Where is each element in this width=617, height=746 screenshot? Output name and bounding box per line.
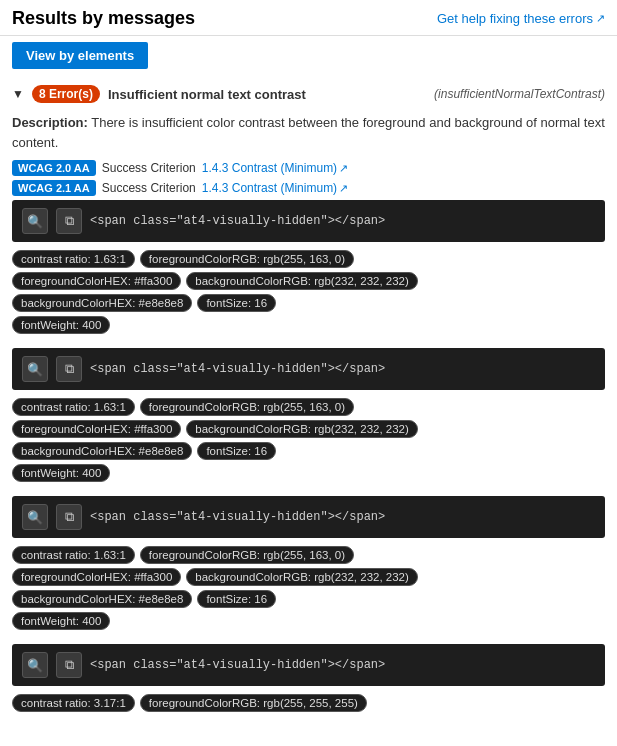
tag: backgroundColorRGB: rgb(232, 232, 232) [186,420,418,438]
tags-row: fontWeight: 400 [12,464,605,482]
tag: foregroundColorRGB: rgb(255, 163, 0) [140,250,354,268]
error-code: (insufficientNormalTextContrast) [434,87,605,101]
search-element-button[interactable]: 🔍 [22,504,48,530]
tag: backgroundColorRGB: rgb(232, 232, 232) [186,568,418,586]
tag: fontSize: 16 [197,442,276,460]
copy-element-button[interactable]: ⧉ [56,356,82,382]
description-block: Description: There is insufficient color… [12,113,605,152]
tag: fontWeight: 400 [12,612,110,630]
copy-element-button[interactable]: ⧉ [56,504,82,530]
element-block: 🔍⧉<span class="at4-visually-hidden"></sp… [12,496,605,538]
tags-row: backgroundColorHEX: #e8e8e8fontSize: 16 [12,442,605,460]
element-code: <span class="at4-visually-hidden"></span… [90,510,385,524]
tag: backgroundColorHEX: #e8e8e8 [12,442,192,460]
description-label: Description: [12,115,88,130]
tag: contrast ratio: 1.63:1 [12,250,135,268]
tag: foregroundColorRGB: rgb(255, 163, 0) [140,546,354,564]
tag: fontSize: 16 [197,294,276,312]
tags-row: contrast ratio: 1.63:1foregroundColorRGB… [12,546,605,564]
error-count-badge: 8 Error(s) [32,85,100,103]
tags-row: contrast ratio: 1.63:1foregroundColorRGB… [12,398,605,416]
chevron-icon[interactable]: ▼ [12,87,24,101]
element-group: 🔍⧉<span class="at4-visually-hidden"></sp… [12,348,605,482]
tag: foregroundColorRGB: rgb(255, 163, 0) [140,398,354,416]
element-block: 🔍⧉<span class="at4-visually-hidden"></sp… [12,200,605,242]
tag: backgroundColorHEX: #e8e8e8 [12,294,192,312]
wcag-row: WCAG 2.0 AASuccess Criterion1.4.3 Contra… [12,160,605,176]
element-groups: 🔍⧉<span class="at4-visually-hidden"></sp… [12,200,605,712]
wcag-badge: WCAG 2.0 AA [12,160,96,176]
tag: foregroundColorHEX: #ffa300 [12,272,181,290]
view-by-elements-button[interactable]: View by elements [12,42,148,69]
tag: fontWeight: 400 [12,316,110,334]
tag: fontSize: 16 [197,590,276,608]
tags-row: backgroundColorHEX: #e8e8e8fontSize: 16 [12,590,605,608]
tag: contrast ratio: 1.63:1 [12,398,135,416]
tags-row: contrast ratio: 3.17:1foregroundColorRGB… [12,694,605,712]
element-code: <span class="at4-visually-hidden"></span… [90,658,385,672]
search-element-button[interactable]: 🔍 [22,652,48,678]
tag: contrast ratio: 3.17:1 [12,694,135,712]
tags-row: fontWeight: 400 [12,316,605,334]
page-title: Results by messages [12,8,195,29]
tag: foregroundColorHEX: #ffa300 [12,420,181,438]
description-text: There is insufficient color contrast bet… [12,115,605,150]
help-link[interactable]: Get help fixing these errors [437,11,605,26]
wcag-link[interactable]: 1.4.3 Contrast (Minimum) [202,181,348,195]
wcag-prefix: Success Criterion [102,161,196,175]
error-title: Insufficient normal text contrast [108,87,306,102]
tags-row: foregroundColorHEX: #ffa300backgroundCol… [12,272,605,290]
element-group: 🔍⧉<span class="at4-visually-hidden"></sp… [12,200,605,334]
element-group: 🔍⧉<span class="at4-visually-hidden"></sp… [12,644,605,712]
tag: fontWeight: 400 [12,464,110,482]
tags-row: contrast ratio: 1.63:1foregroundColorRGB… [12,250,605,268]
tags-row: foregroundColorHEX: #ffa300backgroundCol… [12,568,605,586]
tag: backgroundColorRGB: rgb(232, 232, 232) [186,272,418,290]
wcag-rows: WCAG 2.0 AASuccess Criterion1.4.3 Contra… [12,160,605,196]
element-block: 🔍⧉<span class="at4-visually-hidden"></sp… [12,348,605,390]
error-section: ▼ 8 Error(s) Insufficient normal text co… [0,77,617,712]
search-element-button[interactable]: 🔍 [22,208,48,234]
wcag-row: WCAG 2.1 AASuccess Criterion1.4.3 Contra… [12,180,605,196]
tags-row: backgroundColorHEX: #e8e8e8fontSize: 16 [12,294,605,312]
element-block: 🔍⧉<span class="at4-visually-hidden"></sp… [12,644,605,686]
error-header: ▼ 8 Error(s) Insufficient normal text co… [12,77,605,109]
element-code: <span class="at4-visually-hidden"></span… [90,214,385,228]
element-group: 🔍⧉<span class="at4-visually-hidden"></sp… [12,496,605,630]
tags-row: foregroundColorHEX: #ffa300backgroundCol… [12,420,605,438]
wcag-link[interactable]: 1.4.3 Contrast (Minimum) [202,161,348,175]
tag: contrast ratio: 1.63:1 [12,546,135,564]
tag: backgroundColorHEX: #e8e8e8 [12,590,192,608]
copy-element-button[interactable]: ⧉ [56,208,82,234]
search-element-button[interactable]: 🔍 [22,356,48,382]
element-code: <span class="at4-visually-hidden"></span… [90,362,385,376]
tag: foregroundColorHEX: #ffa300 [12,568,181,586]
wcag-badge: WCAG 2.1 AA [12,180,96,196]
wcag-prefix: Success Criterion [102,181,196,195]
tags-row: fontWeight: 400 [12,612,605,630]
page-header: Results by messages Get help fixing thes… [0,0,617,36]
tag: foregroundColorRGB: rgb(255, 255, 255) [140,694,367,712]
toolbar: View by elements [0,36,617,77]
copy-element-button[interactable]: ⧉ [56,652,82,678]
